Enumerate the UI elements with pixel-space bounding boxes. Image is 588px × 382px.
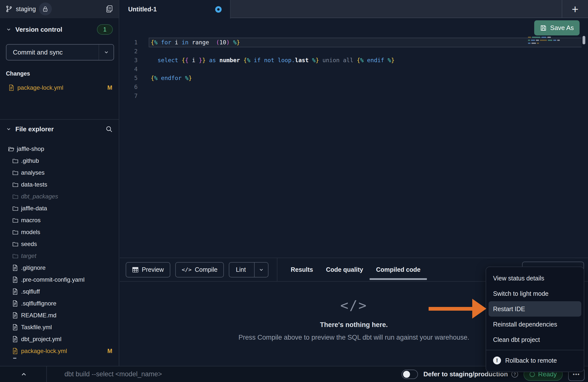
- minimap: [528, 37, 570, 46]
- folder-item-seeds[interactable]: seeds: [0, 238, 119, 250]
- lint-options-dropdown[interactable]: [254, 263, 268, 277]
- line-content: [138, 93, 151, 99]
- folder-item-data-tests[interactable]: data-tests: [0, 179, 119, 191]
- folder-item-models[interactable]: models: [0, 226, 119, 238]
- tab-title: Untitled-1: [128, 6, 157, 13]
- preview-button[interactable]: Preview: [126, 262, 170, 277]
- panel-tab-compiled-code[interactable]: Compiled code: [370, 258, 427, 281]
- empty-state-title: There's nothing here.: [320, 321, 388, 329]
- code-line-3[interactable]: 3 select {{ i }} as number {% if not loo…: [120, 56, 588, 65]
- save-icon: [540, 25, 547, 31]
- line-number: 6: [120, 82, 138, 91]
- preview-label: Preview: [142, 266, 164, 273]
- minimap-line: [528, 37, 570, 38]
- folder-icon: [12, 170, 18, 175]
- folder-icon: [12, 158, 18, 164]
- search-icon[interactable]: [105, 125, 113, 133]
- code-editor[interactable]: 1{% for i in range (10) %}23 select {{ i…: [120, 19, 588, 258]
- code-line-6[interactable]: 6: [120, 82, 588, 91]
- menu-item-restart-ide[interactable]: Restart IDE: [489, 301, 581, 317]
- toggle-knob: [403, 371, 410, 378]
- save-as-button[interactable]: Save As: [534, 20, 580, 35]
- save-as-label: Save As: [550, 24, 574, 32]
- code-brackets-icon: </>: [340, 298, 368, 313]
- menu-item-view-status-details[interactable]: View status details: [489, 271, 581, 286]
- chevron-up-icon[interactable]: [20, 371, 27, 378]
- menu-item-reinstall-dependencies[interactable]: Reinstall dependencies: [489, 317, 581, 332]
- folder-icon: [12, 253, 18, 259]
- file-icon: [12, 336, 18, 342]
- line-content: {% for i in range (10) %}: [138, 39, 240, 46]
- file-item-package-lock.yml[interactable]: package-lock.ymlM: [0, 345, 119, 357]
- file-item-.pre-commit-config.yaml[interactable]: .pre-commit-config.yaml: [0, 274, 119, 286]
- folder-item-target[interactable]: target: [0, 250, 119, 262]
- code-line-4[interactable]: 4: [120, 65, 588, 74]
- item-name: analyses: [21, 169, 45, 176]
- change-item-package-lock.yml[interactable]: package-lock.ymlM: [0, 82, 119, 94]
- item-name: dbt_packages: [21, 193, 58, 200]
- file-item-dbt_project.yml[interactable]: dbt_project.yml: [0, 333, 119, 345]
- chevron-down-icon: [6, 27, 11, 32]
- folder-icon: [12, 241, 18, 247]
- compile-label: Compile: [195, 266, 218, 273]
- code-lines: 1{% for i in range (10) %}23 select {{ i…: [120, 38, 588, 100]
- minimap-line: [528, 43, 570, 44]
- menu-item-switch-to-light-mode[interactable]: Switch to light mode: [489, 286, 581, 301]
- tab-untitled-1[interactable]: Untitled-1: [120, 0, 231, 19]
- folder-icon: [12, 218, 18, 223]
- menu-item-clean-dbt-project[interactable]: Clean dbt project: [489, 332, 581, 347]
- file-icon: [12, 288, 18, 295]
- folder-item-jaffle-shop[interactable]: jaffle-shop: [0, 143, 119, 155]
- item-name: package-lock.yml: [21, 348, 67, 355]
- lint-button[interactable]: Lint: [229, 262, 268, 277]
- minimap-line: [528, 40, 570, 41]
- defer-toggle[interactable]: [402, 370, 418, 379]
- file-item-.sqlfluff[interactable]: .sqlfluff: [0, 286, 119, 298]
- version-control-header[interactable]: Version control 1: [0, 24, 119, 35]
- file-icon: [12, 276, 18, 283]
- empty-state-description: Press Compile above to preview the SQL d…: [238, 334, 469, 341]
- code-line-2[interactable]: 2: [120, 47, 588, 56]
- file-item-Taskfile.yml[interactable]: Taskfile.yml: [0, 321, 119, 333]
- command-input[interactable]: dbt build --select <model_name>: [64, 370, 162, 378]
- changes-label: Changes: [6, 70, 119, 77]
- folder-item-dbt_packages[interactable]: dbt_packages: [0, 191, 119, 202]
- line-content: [138, 66, 151, 72]
- toolbar-divider: [277, 258, 277, 281]
- code-line-7[interactable]: 7: [120, 91, 588, 100]
- item-name: README.md: [21, 312, 57, 319]
- folder-icon: [12, 182, 18, 187]
- annotation-arrow: [429, 307, 473, 311]
- new-tab-button[interactable]: +: [562, 0, 588, 18]
- item-name: data-tests: [21, 181, 47, 188]
- statusbar-divider: [46, 366, 47, 382]
- folder-item-macros[interactable]: macros: [0, 214, 119, 226]
- folder-item-.github[interactable]: .github: [0, 155, 119, 167]
- branch-name[interactable]: staging: [16, 5, 36, 13]
- menu-item-rollback-to-remote[interactable]: !Rollback to remote: [489, 353, 581, 368]
- file-item-.gitignore[interactable]: .gitignore: [0, 262, 119, 274]
- file-explorer-header[interactable]: File explorer: [0, 124, 119, 135]
- file-explorer-section: File explorer jaffle-shop.githubanalyses…: [0, 119, 119, 366]
- item-name: .github: [21, 157, 39, 164]
- branch-bar: staging: [0, 0, 119, 18]
- panel-tabs: ResultsCode qualityCompiled code: [284, 258, 427, 281]
- compile-button[interactable]: </> Compile: [175, 262, 224, 277]
- panel-tab-code-quality[interactable]: Code quality: [320, 258, 370, 281]
- file-item-.sqlfluffignore[interactable]: .sqlfluffignore: [0, 298, 119, 309]
- sidebar: staging Versi: [0, 0, 119, 366]
- code-line-5[interactable]: 5{% endfor %}: [120, 74, 588, 82]
- item-name: jaffle-data: [21, 205, 47, 212]
- folder-item-jaffle-data[interactable]: jaffle-data: [0, 202, 119, 214]
- commit-and-sync-button[interactable]: Commit and sync: [6, 44, 114, 60]
- file-name: package-lock.yml: [17, 84, 63, 91]
- panel-tab-results[interactable]: Results: [284, 258, 320, 281]
- modified-badge: M: [107, 348, 112, 355]
- copy-icon[interactable]: [105, 5, 113, 13]
- folder-item-analyses[interactable]: analyses: [0, 167, 119, 179]
- lint-label: Lint: [229, 266, 251, 273]
- code-line-1[interactable]: 1{% for i in range (10) %}: [120, 38, 588, 47]
- editor-scrollbar-thumb[interactable]: [583, 36, 585, 44]
- file-item-README.md[interactable]: README.md: [0, 309, 119, 321]
- commit-options-dropdown[interactable]: [99, 45, 114, 60]
